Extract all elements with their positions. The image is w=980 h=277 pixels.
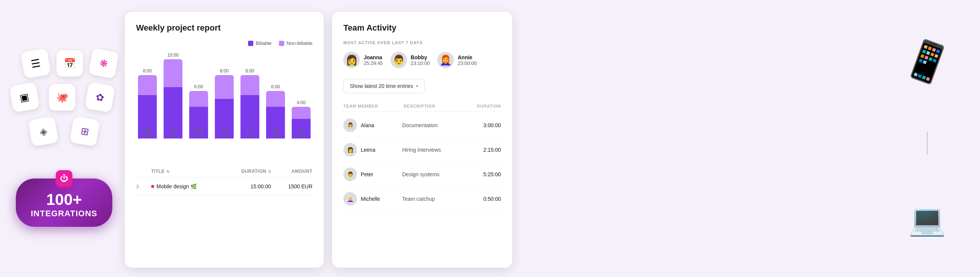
member-col-header: TEAM MEMBER (344, 104, 404, 108)
legend-billable: Billable (248, 40, 271, 46)
icons-grid: ☰ 📅 ❋ ▣ 🐙 ✿ ◈ ⊞ (11, 50, 117, 171)
activity-row: 👩LeenaHiring interviews2:15:00 (344, 138, 501, 162)
duration-col-header: DURATION ⇅ (222, 169, 271, 174)
project-dot (151, 185, 154, 188)
weekly-report-title: Weekly project report (136, 23, 312, 33)
title-sort-icon: ⇅ (166, 170, 170, 174)
bar-label-mon: 8:00 (143, 68, 151, 74)
legend-dot-non-billable (279, 41, 284, 46)
activity-avatar-alana: 👩‍💼 (344, 118, 357, 132)
activity-name-leena: Leena (361, 147, 402, 153)
integration-icon-4: ▣ (9, 82, 40, 112)
bar-group-tue: 10:00Tue11/1 (162, 52, 184, 139)
joanna-name: Joanna (364, 54, 383, 60)
integrations-label: INTEGRATIONS (31, 209, 98, 218)
avatar-annie (437, 52, 454, 68)
activity-row: 👨PeterDesign systems5:25:00 (344, 162, 501, 187)
bar-day-label-sat: Sat15/1 (271, 127, 280, 139)
integrations-section: ☰ 📅 ❋ ▣ 🐙 ✿ ◈ ⊞ ⏻ 100+ INTEGRATIONS (0, 0, 128, 277)
annie-face (439, 54, 452, 66)
most-active-label: MOST ACTIVE OVER LAST 7 DAYS (344, 40, 501, 45)
duration-sort-icon: ⇅ (268, 170, 271, 174)
activity-duration-peter: 5:25:00 (463, 171, 501, 178)
project-amount: 1500 EUR (271, 183, 312, 189)
joanna-info: Joanna 25:29:45 (364, 54, 383, 66)
title-col-header: TITLE ⇅ (151, 169, 222, 174)
activity-duration-michelle: 0:50:00 (463, 196, 501, 202)
bar-day-label-thu: Thu13/1 (220, 127, 228, 139)
activity-desc-leena: Hiring interviews (402, 147, 463, 153)
bar-group-thu: 8:00Thu13/1 (213, 52, 235, 139)
activity-desc-michelle: Team catchup (402, 196, 463, 202)
desc-col-header: DESCRIPTION (404, 104, 463, 108)
phone-decoration: 📱 (904, 39, 951, 84)
bar-day-label-fri: Fri14/1 (245, 127, 254, 139)
bar-chart: 8:00Mon10/110:00Tue11/16:00Wed12/18:00Th… (136, 52, 312, 157)
bar-label-wed: 6:00 (194, 84, 203, 90)
activity-desc-peter: Design systems (402, 171, 463, 178)
joanna-time: 25:29:45 (364, 60, 383, 66)
bar-day-label-wed: Wed12/1 (194, 127, 203, 139)
connection-line (927, 132, 928, 154)
integration-icon-1: ☰ (21, 48, 51, 78)
legend-non-billable-label: Non-billable (286, 40, 312, 46)
active-user-joanna: Joanna 25:29:45 (344, 52, 383, 68)
activity-name-peter: Peter (361, 171, 402, 178)
integration-icon-7: ◈ (28, 116, 59, 146)
chart-legend: Billable Non-billable (136, 40, 312, 46)
activity-table-header: TEAM MEMBER DESCRIPTION DURATION (344, 101, 501, 112)
laptop-decoration: 💻 (908, 202, 946, 238)
legend-non-billable: Non-billable (279, 40, 312, 46)
activity-desc-alana: Documentation (402, 122, 463, 128)
annie-name: Annie (458, 54, 477, 60)
bar-group-sat: 6:00Sat15/1 (264, 52, 287, 139)
project-duration: 15:00:00 (222, 183, 271, 189)
right-decoration: 📱 💻 (875, 0, 980, 277)
active-user-bobby: Bobby 23:10:00 (390, 52, 430, 68)
annie-time: 23:00:00 (458, 60, 477, 66)
annie-info: Annie 23:00:00 (458, 54, 477, 66)
bar-non-billable-segment (240, 75, 259, 95)
bar-group-wed: 6:00Wed12/1 (187, 52, 210, 139)
legend-dot-billable (248, 41, 253, 46)
project-num: 3 (136, 184, 151, 189)
power-icon: ⏻ (56, 170, 72, 187)
bar-label-tue: 10:00 (167, 53, 179, 58)
avatar-joanna (344, 52, 360, 68)
bar-group-fri: 8:00Fri14/1 (239, 52, 261, 139)
table-header: TITLE ⇅ DURATION ⇅ AMOUNT (136, 165, 312, 178)
bobby-face (393, 54, 405, 66)
bar-day-label-sun: Sun16/1 (297, 127, 305, 139)
integrations-badge: ⏻ 100+ INTEGRATIONS (16, 178, 113, 227)
active-user-annie: Annie 23:00:00 (437, 52, 477, 68)
time-entries-dropdown[interactable]: Show latest 20 time entries ▾ (344, 79, 425, 93)
team-activity-card: Team Activity MOST ACTIVE OVER LAST 7 DA… (332, 11, 512, 268)
dropdown-label: Show latest 20 time entries (350, 83, 413, 89)
integrations-count: 100+ (31, 191, 98, 209)
bar-label-sun: 4:00 (297, 100, 305, 105)
bar-non-billable-segment (189, 91, 208, 107)
bobby-info: Bobby 23:10:00 (411, 54, 430, 66)
duration-col-header-act: DURATION (463, 104, 501, 108)
integration-icon-8: ⊞ (69, 116, 100, 146)
bar-group-sun: 4:00Sun16/1 (290, 52, 312, 139)
activity-avatar-michelle: 👩‍🦳 (344, 192, 357, 206)
activity-row: 👩‍🦳MichelleTeam catchup0:50:00 (344, 187, 501, 211)
legend-billable-label: Billable (256, 40, 271, 46)
table-row: 3 Mobile design 🌿 15:00:00 1500 EUR (136, 178, 312, 195)
project-table: TITLE ⇅ DURATION ⇅ AMOUNT 3 Mobile desig… (136, 165, 312, 195)
bar-group-mon: 8:00Mon10/1 (136, 52, 159, 139)
activity-name-alana: Alana (361, 122, 402, 128)
team-activity-title: Team Activity (344, 23, 501, 33)
bar-label-thu: 8:00 (220, 68, 228, 74)
integration-icon-3: ❋ (88, 48, 119, 78)
bar-label-sat: 6:00 (271, 84, 280, 90)
chevron-down-icon: ▾ (416, 84, 418, 89)
activity-rows: 👩‍💼AlanaDocumentation3:00:00👩LeenaHiring… (344, 113, 501, 211)
activity-avatar-peter: 👨 (344, 168, 357, 181)
joanna-face (346, 54, 358, 66)
activity-duration-leena: 2:15:00 (463, 147, 501, 153)
hand-phone-icon: 📱 (897, 32, 957, 91)
activity-avatar-leena: 👩 (344, 143, 357, 157)
bar-day-label-tue: Tue11/1 (169, 127, 177, 139)
